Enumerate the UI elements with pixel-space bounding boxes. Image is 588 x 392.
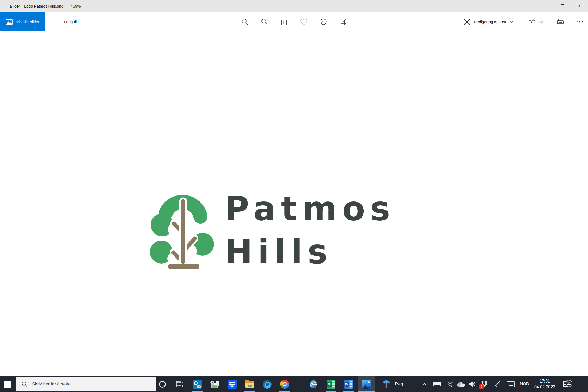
notification-icon: 21: [563, 380, 572, 388]
dropbox-icon: [228, 380, 237, 389]
add-to-button[interactable]: Legg til i: [50, 12, 82, 31]
window-title: Bilder – Logo Patmos Hills.png: [10, 4, 63, 8]
taskbar-rosetta-stone[interactable]: [306, 376, 321, 392]
minimize-icon: [543, 6, 547, 7]
umbrella-icon: [382, 380, 390, 389]
restore-button[interactable]: [554, 0, 571, 12]
taskbar-excel[interactable]: X: [323, 376, 339, 392]
zoom-in-icon: [241, 18, 249, 26]
wifi-status[interactable]: [445, 376, 456, 392]
taskbar-dropbox[interactable]: [224, 376, 240, 392]
close-button[interactable]: ✕: [571, 0, 588, 12]
image-canvas: Patmos Hills: [0, 31, 588, 376]
weather-widget[interactable]: [381, 376, 392, 392]
cortana-button[interactable]: [155, 376, 170, 392]
view-all-images-button[interactable]: Vis alle bilder: [0, 12, 45, 31]
battery-icon: [433, 382, 441, 386]
speaker-icon: [469, 381, 476, 387]
rotate-icon: [320, 18, 327, 26]
taskbar-word[interactable]: W: [341, 376, 356, 392]
onedrive-status[interactable]: [456, 376, 467, 392]
notification-count-badge: 21: [566, 380, 572, 387]
excel-icon: X: [327, 380, 335, 389]
logo-line2: Hills: [225, 230, 395, 273]
weather-label[interactable]: Reg...: [393, 376, 409, 392]
view-all-label: Vis alle bilder: [16, 20, 39, 24]
chevron-down-icon: [509, 21, 513, 23]
taskbar-edge[interactable]: [259, 376, 275, 392]
crop-icon: [339, 18, 346, 26]
more-icon: [576, 21, 583, 23]
pen-settings[interactable]: [492, 376, 503, 392]
photos-app-window: Bilder – Logo Patmos Hills.png 459% ✕ Vi…: [0, 0, 588, 392]
rosetta-stone-icon: [310, 380, 317, 389]
taskbar-chrome[interactable]: [277, 376, 292, 392]
crop-button[interactable]: [335, 12, 350, 31]
search-input[interactable]: [32, 382, 142, 387]
favorite-button[interactable]: [296, 12, 311, 31]
minimize-button[interactable]: [536, 0, 554, 12]
date: 04.02.2022: [534, 384, 555, 390]
show-hidden-icons-button[interactable]: [419, 376, 430, 392]
taskbar-search[interactable]: [16, 377, 156, 391]
picture-icon: [6, 19, 13, 25]
volume-control[interactable]: [467, 376, 478, 392]
plus-icon: [54, 19, 60, 25]
zoom-level: 459%: [71, 4, 81, 8]
share-button[interactable]: Del: [528, 12, 544, 31]
close-icon: ✕: [578, 4, 581, 8]
share-icon: [528, 19, 535, 25]
dropbox-tray[interactable]: 3: [479, 376, 490, 392]
print-button[interactable]: [553, 12, 568, 31]
trash-icon: [281, 18, 287, 26]
title-bar: Bilder – Logo Patmos Hills.png 459% ✕: [0, 0, 588, 12]
window-controls: ✕: [536, 0, 588, 12]
wifi-icon: [447, 381, 454, 387]
taskbar: O: [0, 376, 588, 392]
print-icon: [557, 19, 564, 25]
edit-icon: [463, 18, 471, 26]
clock[interactable]: 17:31 04.02.2022: [531, 376, 558, 392]
zoom-out-button[interactable]: [257, 12, 272, 31]
more-button[interactable]: [572, 12, 587, 31]
time: 17:31: [540, 378, 550, 384]
search-icon: [22, 381, 27, 387]
logo-line1: Patmos: [225, 187, 395, 230]
start-button[interactable]: [0, 376, 16, 392]
rotate-button[interactable]: [316, 12, 330, 31]
onedrive-cloud-icon: [457, 382, 465, 387]
touch-keyboard[interactable]: [505, 376, 517, 392]
delete-button[interactable]: [277, 12, 291, 31]
taskbar-photos-active[interactable]: [358, 376, 375, 392]
action-center-button[interactable]: 21: [559, 376, 575, 392]
taskbar-photo-viewer[interactable]: [207, 376, 223, 392]
photo-viewer-icon: [210, 381, 219, 388]
patmos-hills-logo-tree: [150, 184, 215, 276]
file-explorer-icon: [245, 381, 254, 388]
word-icon: W: [344, 380, 353, 389]
language-indicator[interactable]: NOB: [518, 376, 531, 392]
taskbar-outlook[interactable]: O: [189, 376, 205, 392]
battery-status[interactable]: [432, 376, 443, 392]
cortana-icon: [159, 381, 166, 388]
edit-create-button[interactable]: Rediger og opprett: [463, 12, 513, 31]
edge-icon: [263, 380, 272, 389]
share-label: Del: [538, 20, 544, 24]
tree-icon: [150, 184, 215, 275]
keyboard-icon: [507, 381, 515, 387]
chrome-icon: [280, 380, 289, 389]
taskbar-file-explorer[interactable]: [242, 376, 258, 392]
show-desktop-divider[interactable]: [587, 378, 587, 390]
windows-logo-icon: [4, 381, 11, 388]
dropbox-badge: 3: [479, 384, 484, 389]
edit-create-label: Rediger og opprett: [474, 20, 506, 24]
dropbox-tray-icon: 3: [481, 381, 488, 388]
chevron-up-icon: [422, 383, 427, 386]
zoom-in-button[interactable]: [238, 12, 252, 31]
pen-icon: [494, 381, 501, 388]
add-to-label: Legg til i: [64, 20, 79, 24]
outlook-icon: O: [193, 380, 202, 389]
zoom-out-icon: [261, 18, 268, 26]
toolbar: Vis alle bilder Legg til i: [0, 12, 588, 31]
task-view-button[interactable]: [172, 376, 188, 392]
